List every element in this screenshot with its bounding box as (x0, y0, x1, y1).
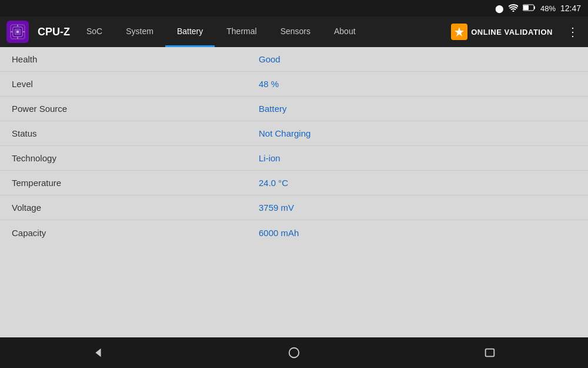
tab-battery[interactable]: Battery (165, 16, 215, 47)
table-row: StatusNot Charging (0, 121, 588, 146)
logo-icon (6, 21, 29, 43)
row-label: Level (12, 79, 259, 89)
back-button[interactable] (68, 342, 128, 364)
nav-bar: CPU-Z SoC System Battery Thermal Sensors… (0, 16, 588, 47)
table-row: TechnologyLi-ion (0, 146, 588, 171)
more-options-button[interactable]: ⋮ (562, 22, 583, 41)
row-label: Health (12, 54, 259, 64)
tab-soc[interactable]: SoC (75, 16, 114, 47)
app-title: CPU-Z (35, 26, 75, 38)
svg-rect-1 (523, 5, 529, 10)
row-label: Temperature (12, 178, 259, 188)
row-value: Good (259, 54, 280, 64)
tab-sensors[interactable]: Sensors (269, 16, 322, 47)
row-label: Capacity (12, 228, 259, 238)
row-value: 3759 mV (259, 203, 294, 213)
row-value: Not Charging (259, 128, 310, 138)
row-value: 24.0 °C (259, 178, 288, 188)
bottom-nav (0, 337, 588, 368)
bluetooth-icon: ⬤ (495, 4, 504, 13)
row-label: Voltage (12, 203, 259, 213)
tab-thermal[interactable]: Thermal (215, 16, 268, 47)
home-button[interactable] (264, 342, 324, 364)
online-validation-button[interactable]: ONLINE VALIDATION (446, 21, 557, 42)
tab-system[interactable]: System (114, 16, 165, 47)
svg-rect-13 (486, 349, 495, 357)
battery-info-table: HealthGoodLevel48 %Power SourceBatterySt… (0, 47, 588, 245)
table-row: Temperature24.0 °C (0, 171, 588, 195)
svg-rect-2 (534, 6, 535, 9)
nav-right: ONLINE VALIDATION ⋮ (446, 21, 588, 42)
table-row: Capacity6000 mAh (0, 220, 588, 245)
row-value: 6000 mAh (259, 228, 299, 238)
status-time: 12:47 (560, 4, 581, 13)
table-row: Power SourceBattery (0, 97, 588, 121)
battery-percent: 48% (540, 4, 556, 13)
more-icon: ⋮ (567, 25, 579, 38)
row-value: Battery (259, 104, 287, 114)
svg-rect-10 (16, 31, 19, 33)
svg-marker-11 (95, 349, 101, 357)
app-logo (0, 16, 35, 47)
nav-tabs: SoC System Battery Thermal Sensors About (75, 16, 446, 47)
table-row: HealthGood (0, 47, 588, 72)
row-label: Status (12, 128, 259, 138)
status-bar: ⬤ 48% 12:47 (0, 0, 588, 16)
row-value: Li-ion (259, 153, 280, 163)
row-label: Power Source (12, 104, 259, 114)
wifi-icon (509, 4, 518, 14)
battery-status-icon (523, 4, 536, 13)
tab-about[interactable]: About (322, 16, 368, 47)
table-row: Voltage3759 mV (0, 195, 588, 220)
validation-icon (451, 24, 467, 40)
table-row: Level48 % (0, 72, 588, 97)
content-area: HealthGoodLevel48 %Power SourceBatterySt… (0, 47, 588, 337)
row-value: 48 % (259, 79, 279, 89)
row-label: Technology (12, 153, 259, 163)
svg-point-12 (289, 348, 299, 358)
validation-label: ONLINE VALIDATION (471, 28, 553, 37)
recents-button[interactable] (460, 342, 520, 364)
